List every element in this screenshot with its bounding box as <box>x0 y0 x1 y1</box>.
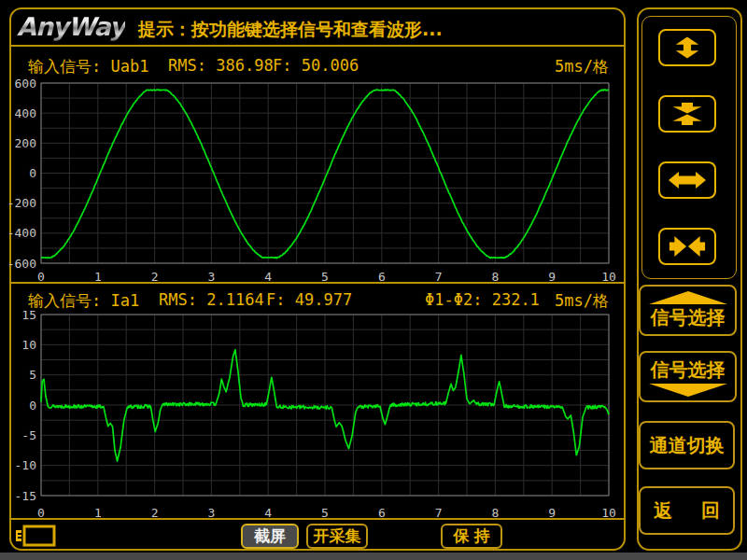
svg-text:15: 15 <box>21 308 36 322</box>
svg-text:0: 0 <box>37 270 45 284</box>
svg-text:4: 4 <box>264 506 272 520</box>
svg-text:9: 9 <box>548 506 556 520</box>
svg-text:400: 400 <box>15 106 36 120</box>
svg-text:10: 10 <box>21 338 36 352</box>
svg-text:-200: -200 <box>7 196 36 210</box>
svg-text:7: 7 <box>435 506 443 520</box>
svg-text:-5: -5 <box>21 428 36 442</box>
svg-text:2: 2 <box>151 506 159 520</box>
svg-text:200: 200 <box>15 136 36 150</box>
compress-horizontal-icon <box>669 234 706 259</box>
svg-text:-600: -600 <box>7 257 36 271</box>
svg-text:3: 3 <box>207 506 215 520</box>
svg-text:-10: -10 <box>15 458 36 472</box>
svg-text:9: 9 <box>548 270 556 284</box>
triangle-up-icon <box>649 291 727 304</box>
triangle-down-icon <box>649 384 727 397</box>
signal-select-up-button[interactable]: 信号选择 <box>639 285 737 336</box>
expand-vertical-icon <box>670 35 704 61</box>
svg-text:8: 8 <box>491 270 499 284</box>
bottom-action-bar: 截屏 开采集 保持 <box>11 522 624 549</box>
expand-horizontal-icon <box>669 168 706 192</box>
channel-switch-button[interactable]: 通道切换 <box>639 421 735 469</box>
screenshot-button[interactable]: 截屏 <box>241 524 299 549</box>
start-acquire-button[interactable]: 开采集 <box>306 524 368 549</box>
compress-vertical-button[interactable] <box>658 95 716 133</box>
svg-text:0: 0 <box>29 399 36 413</box>
svg-text:5: 5 <box>321 506 329 520</box>
right-button-column: 信号选择 信号选择 通道切换 返 回 <box>637 7 742 551</box>
svg-text:5: 5 <box>321 270 329 284</box>
svg-text:5: 5 <box>29 368 36 382</box>
svg-text:1: 1 <box>94 270 102 284</box>
voltage-waveform-chart: 6004002000-200-400-600012345678910 <box>11 49 624 286</box>
expand-horizontal-button[interactable] <box>658 161 716 199</box>
svg-text:7: 7 <box>435 270 443 284</box>
main-display-frame: AnyWay 提示：按功能键选择信号和查看波形... 输入信号: Uab1 RM… <box>9 7 626 551</box>
title-bar: AnyWay 提示：按功能键选择信号和查看波形... <box>11 9 624 47</box>
svg-text:10: 10 <box>601 506 616 520</box>
svg-text:1: 1 <box>94 506 102 520</box>
compress-vertical-icon <box>669 101 705 127</box>
svg-text:600: 600 <box>15 77 36 91</box>
compress-horizontal-button[interactable] <box>658 228 716 265</box>
signal-select-down-button[interactable]: 信号选择 <box>639 351 737 402</box>
expand-vertical-button[interactable] <box>658 29 716 66</box>
svg-text:6: 6 <box>378 270 386 284</box>
svg-text:6: 6 <box>378 506 386 520</box>
svg-text:3: 3 <box>207 270 215 284</box>
current-waveform-chart: 151050-5-10-15012345678910 <box>11 286 624 520</box>
svg-text:0: 0 <box>29 166 36 180</box>
svg-text:-400: -400 <box>7 226 36 240</box>
voltage-waveform-panel: 输入信号: Uab1 RMS: 386.98 F: 50.006 5ms/格 6… <box>11 49 624 284</box>
bottom-gray-strip <box>0 553 747 560</box>
svg-text:8: 8 <box>491 506 499 520</box>
svg-text:10: 10 <box>601 270 616 284</box>
svg-text:0: 0 <box>37 506 45 520</box>
svg-text:-15: -15 <box>15 489 36 503</box>
hold-button[interactable]: 保持 <box>441 524 502 549</box>
battery-icon <box>15 525 58 547</box>
svg-text:4: 4 <box>264 270 272 284</box>
svg-text:2: 2 <box>151 270 159 284</box>
return-button[interactable]: 返 回 <box>639 486 735 535</box>
anyway-logo: AnyWay <box>17 12 125 41</box>
hint-text: 提示：按功能键选择信号和查看波形... <box>138 18 443 42</box>
current-waveform-panel: 输入信号: Ia1 RMS: 2.1164 F: 49.977 Φ1-Φ2: 2… <box>11 286 624 520</box>
zoom-button-group <box>641 16 737 279</box>
